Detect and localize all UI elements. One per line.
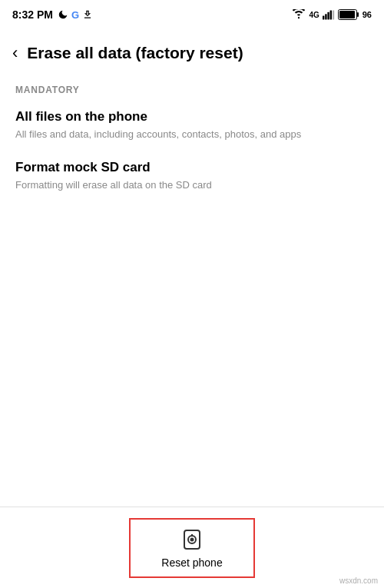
item-desc-files: All files and data, including accounts, … [15, 128, 369, 141]
bottom-area: Reset phone [0, 507, 384, 588]
header: ‹ Erase all data (factory reset) [0, 28, 384, 78]
reset-icon [180, 527, 204, 552]
wifi-icon [292, 9, 306, 20]
svg-rect-4 [333, 10, 334, 19]
content: MANDATORY All files on the phone All fil… [0, 85, 384, 192]
battery-icon: 96 [338, 9, 372, 20]
reset-phone-button[interactable]: Reset phone [129, 518, 254, 578]
item-title-files: All files on the phone [15, 109, 369, 125]
status-right: 4G 96 [292, 9, 372, 20]
section-label: MANDATORY [15, 85, 369, 95]
status-icons: G [58, 9, 93, 21]
item-title-sdcard: Format mock SD card [15, 160, 369, 175]
reset-label: Reset phone [161, 556, 222, 569]
status-bar: 8:32 PM G 4G [0, 0, 384, 28]
g-icon: G [71, 9, 79, 21]
svg-rect-0 [323, 16, 324, 20]
item-desc-sdcard: Formatting will erase all data on the SD… [15, 178, 369, 192]
list-item: All files on the phone All files and dat… [15, 109, 369, 141]
signal-icon [323, 9, 335, 20]
page-title: Erase all data (factory reset) [27, 44, 372, 62]
status-left: 8:32 PM G [12, 8, 93, 21]
moon-icon [58, 9, 68, 20]
svg-rect-3 [329, 10, 331, 19]
network-4g-icon: 4G [309, 11, 319, 19]
download-icon [82, 9, 93, 20]
svg-rect-7 [357, 12, 359, 17]
svg-point-11 [191, 538, 194, 540]
svg-rect-2 [327, 12, 329, 20]
back-button[interactable]: ‹ [6, 37, 27, 69]
watermark: wsxdn.com [339, 576, 378, 585]
svg-rect-6 [339, 11, 355, 18]
svg-rect-1 [325, 14, 326, 19]
status-time: 8:32 PM [12, 8, 53, 21]
battery-level: 96 [362, 10, 372, 19]
list-item: Format mock SD card Formatting will eras… [15, 160, 369, 192]
